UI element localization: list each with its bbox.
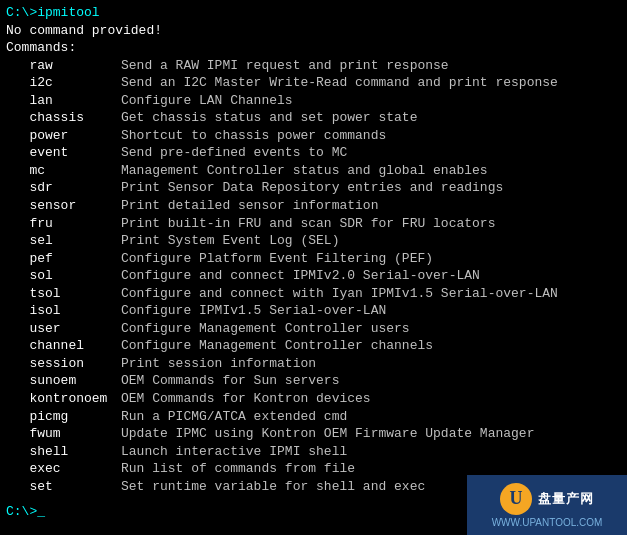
command-name: picmg xyxy=(6,408,121,426)
command-row: sdr Print Sensor Data Repository entries… xyxy=(6,179,621,197)
command-row: sel Print System Event Log (SEL) xyxy=(6,232,621,250)
error-text: No command provided! xyxy=(6,22,162,40)
command-name: power xyxy=(6,127,121,145)
command-name: exec xyxy=(6,460,121,478)
command-row: lan Configure LAN Channels xyxy=(6,92,621,110)
command-name: pef xyxy=(6,250,121,268)
command-name: tsol xyxy=(6,285,121,303)
command-desc: OEM Commands for Kontron devices xyxy=(121,390,371,408)
command-desc: Print built-in FRU and scan SDR for FRU … xyxy=(121,215,495,233)
command-desc: Configure LAN Channels xyxy=(121,92,293,110)
command-row: sensor Print detailed sensor information xyxy=(6,197,621,215)
command-name: shell xyxy=(6,443,121,461)
command-desc: Set runtime variable for shell and exec xyxy=(121,478,425,496)
command-name: user xyxy=(6,320,121,338)
command-row: power Shortcut to chassis power commands xyxy=(6,127,621,145)
command-name: sol xyxy=(6,267,121,285)
command-desc: Send a RAW IPMI request and print respon… xyxy=(121,57,449,75)
command-row: i2c Send an I2C Master Write-Read comman… xyxy=(6,74,621,92)
command-row: picmg Run a PICMG/ATCA extended cmd xyxy=(6,408,621,426)
command-row: chassis Get chassis status and set power… xyxy=(6,109,621,127)
command-name: isol xyxy=(6,302,121,320)
command-name: event xyxy=(6,144,121,162)
prompt-text: C:\>_ xyxy=(6,503,45,521)
watermark: U 盘量产网 WWW.UPANTOOL.COM xyxy=(467,475,627,535)
command-name: fru xyxy=(6,215,121,233)
command-desc: Send an I2C Master Write-Read command an… xyxy=(121,74,558,92)
command-desc: OEM Commands for Sun servers xyxy=(121,372,339,390)
command-row: sol Configure and connect IPMIv2.0 Seria… xyxy=(6,267,621,285)
command-name: channel xyxy=(6,337,121,355)
command-name: sunoem xyxy=(6,372,121,390)
command-row: user Configure Management Controller use… xyxy=(6,320,621,338)
command-name: sel xyxy=(6,232,121,250)
command-name: lan xyxy=(6,92,121,110)
command-desc: Configure and connect with Iyan IPMIv1.5… xyxy=(121,285,558,303)
command-desc: Run a PICMG/ATCA extended cmd xyxy=(121,408,347,426)
command-desc: Update IPMC using Kontron OEM Firmware U… xyxy=(121,425,534,443)
command-name: fwum xyxy=(6,425,121,443)
command-row: mc Management Controller status and glob… xyxy=(6,162,621,180)
command-name: mc xyxy=(6,162,121,180)
command-row: session Print session information xyxy=(6,355,621,373)
command-name: session xyxy=(6,355,121,373)
command-row: pef Configure Platform Event Filtering (… xyxy=(6,250,621,268)
title-line: C:\>ipmitool xyxy=(6,4,621,22)
command-row: channel Configure Management Controller … xyxy=(6,337,621,355)
watermark-url: WWW.UPANTOOL.COM xyxy=(492,517,603,528)
command-row: kontronoem OEM Commands for Kontron devi… xyxy=(6,390,621,408)
commands-list: raw Send a RAW IPMI request and print re… xyxy=(6,57,621,496)
pan-text: 盘量产网 xyxy=(538,490,594,508)
command-row: shell Launch interactive IPMI shell xyxy=(6,443,621,461)
terminal-window: C:\>ipmitool No command provided! Comman… xyxy=(0,0,627,535)
command-row: isol Configure IPMIv1.5 Serial-over-LAN xyxy=(6,302,621,320)
command-desc: Print Sensor Data Repository entries and… xyxy=(121,179,503,197)
command-name: raw xyxy=(6,57,121,75)
command-desc: Run list of commands from file xyxy=(121,460,355,478)
commands-label: Commands: xyxy=(6,39,76,57)
command-desc: Get chassis status and set power state xyxy=(121,109,417,127)
watermark-text-right: 盘量产网 xyxy=(538,490,594,508)
command-row: event Send pre-defined events to MC xyxy=(6,144,621,162)
command-name: chassis xyxy=(6,109,121,127)
command-name: i2c xyxy=(6,74,121,92)
command-desc: Configure Management Controller users xyxy=(121,320,410,338)
watermark-top: U 盘量产网 xyxy=(500,483,594,515)
command-row: fru Print built-in FRU and scan SDR for … xyxy=(6,215,621,233)
command-desc: Print session information xyxy=(121,355,316,373)
error-line: No command provided! xyxy=(6,22,621,40)
title-text: C:\>ipmitool xyxy=(6,4,100,22)
commands-label-line: Commands: xyxy=(6,39,621,57)
command-desc: Launch interactive IPMI shell xyxy=(121,443,347,461)
u-logo: U xyxy=(500,483,532,515)
command-name: sensor xyxy=(6,197,121,215)
command-name: sdr xyxy=(6,179,121,197)
command-row: fwum Update IPMC using Kontron OEM Firmw… xyxy=(6,425,621,443)
command-desc: Management Controller status and global … xyxy=(121,162,488,180)
command-row: raw Send a RAW IPMI request and print re… xyxy=(6,57,621,75)
command-desc: Send pre-defined events to MC xyxy=(121,144,347,162)
command-desc: Configure Management Controller channels xyxy=(121,337,433,355)
command-desc: Configure IPMIv1.5 Serial-over-LAN xyxy=(121,302,386,320)
command-desc: Print detailed sensor information xyxy=(121,197,378,215)
command-name: set xyxy=(6,478,121,496)
command-name: kontronoem xyxy=(6,390,121,408)
command-desc: Configure and connect IPMIv2.0 Serial-ov… xyxy=(121,267,480,285)
command-desc: Shortcut to chassis power commands xyxy=(121,127,386,145)
command-row: sunoem OEM Commands for Sun servers xyxy=(6,372,621,390)
command-desc: Configure Platform Event Filtering (PEF) xyxy=(121,250,433,268)
command-row: tsol Configure and connect with Iyan IPM… xyxy=(6,285,621,303)
command-desc: Print System Event Log (SEL) xyxy=(121,232,339,250)
